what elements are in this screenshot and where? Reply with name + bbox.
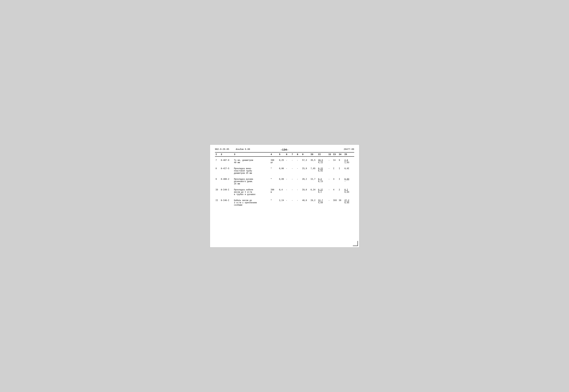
row-col6: -: [285, 199, 291, 207]
row-col5: 2,I4: [278, 199, 285, 207]
row-description: Прокладка кабелявесом до I кг/мв трубах …: [233, 188, 270, 196]
main-table: I 2 3 4 5 6 7 8 9 IO II I2 I3 I4 I5 78-4…: [215, 153, 354, 209]
row-id: 9: [215, 177, 220, 186]
row-code: 8-407-9: [220, 158, 233, 165]
col-header-13: I3: [332, 153, 338, 156]
row-col13: I03: [332, 199, 338, 207]
row-col8: -: [296, 167, 301, 175]
col-header-11: II: [317, 153, 328, 156]
row-unit: I00м: [270, 188, 278, 196]
row-spacer: [215, 165, 354, 167]
row-col15: 2,6I,03: [344, 158, 354, 165]
row-unit: ": [270, 167, 278, 175]
row-description: Кабель весом до3 кг/м с креплениемскобам…: [233, 199, 270, 207]
row-id: II: [215, 199, 220, 207]
row-col12: -: [328, 158, 332, 165]
row-col15: 0,0I: [344, 167, 354, 175]
col-header-8: 8: [296, 153, 301, 156]
row-col9: I5,9: [301, 167, 310, 175]
page: 902-9-29.85 Альбом 6.88 -134- 20477-09: [210, 145, 359, 247]
row-col11: 0,270,I: [317, 188, 328, 196]
col-header-9: 9: [301, 153, 310, 156]
row-id: IO: [215, 188, 220, 196]
row-col7: -: [291, 188, 296, 196]
row-col13: I: [332, 167, 338, 175]
row-col6: -: [285, 167, 291, 175]
row-col10: I8,2: [310, 199, 317, 207]
col-header-14: I4: [338, 153, 344, 156]
col-header-6: 6: [285, 153, 291, 156]
row-col15: 0,I0,04: [344, 188, 354, 196]
row-col10: 35,5: [310, 158, 317, 165]
row-unit: ": [270, 199, 278, 207]
row-col15: 0,03-: [344, 177, 354, 186]
row-col8: -: [296, 199, 301, 207]
col-header-4: 4: [270, 153, 278, 156]
header-code: 20477-09: [344, 148, 354, 151]
row-col8: -: [296, 188, 301, 196]
row-unit: I00шт: [270, 158, 278, 165]
row-col7: -: [291, 167, 296, 175]
header-left: 902-9-29.85 Альбом 6.88: [215, 148, 250, 151]
row-spacer: [215, 196, 354, 199]
row-col11: 0,220,0I: [317, 167, 328, 175]
row-code: 8-I49-I: [220, 188, 233, 196]
row-col12: -: [328, 188, 332, 196]
col-header-7: 7: [291, 153, 296, 156]
row-col15: 27,28,65: [344, 199, 354, 207]
col-header-12: I2: [328, 153, 332, 156]
row-col12: -: [328, 199, 332, 207]
col-header-3: 3: [233, 153, 270, 156]
row-col13: 3: [332, 177, 338, 186]
row-col14: I: [338, 167, 344, 175]
row-spacer: [215, 186, 354, 188]
row-col11: IO,54,I2: [317, 158, 328, 165]
corner-decoration: [353, 241, 358, 246]
row-col5: 0,25: [278, 158, 285, 165]
table-row: 88-4I7-5Прокладка вини-пластовой трубыди…: [215, 167, 354, 175]
row-code: 8-408-2: [220, 177, 233, 186]
col-header-I: I: [215, 153, 220, 156]
row-col11: 0,30,I3: [317, 177, 328, 186]
row-id: 7: [215, 158, 220, 165]
row-id: 8: [215, 167, 220, 175]
row-col7: -: [291, 199, 296, 207]
row-code: 8-4I7-5: [220, 167, 233, 175]
column-header-row: I 2 3 4 5 6 7 8 9 IO II I2 I3 I4 I5: [215, 153, 354, 156]
row-description: Прокладка рукаварезинового диам.25 мм: [233, 177, 270, 186]
page-number: -134-: [280, 148, 288, 151]
table-row: 98-408-2Прокладка рукаварезинового диам.…: [215, 177, 354, 186]
row-col8: -: [296, 158, 301, 165]
row-col14: 9: [338, 158, 344, 165]
row-col6: -: [285, 177, 291, 186]
row-col12: -: [328, 177, 332, 186]
row-description: То же, диаметром40 мм: [233, 158, 270, 165]
row-code: 8-I46-I: [220, 199, 233, 207]
row-col8: -: [296, 177, 301, 186]
row-col6: -: [285, 158, 291, 165]
row-col5: 0,09: [278, 177, 285, 186]
row-col10: 6,24: [310, 188, 317, 196]
row-col13: I4: [332, 158, 338, 165]
row-spacer: [215, 175, 354, 177]
row-col14: 39: [338, 199, 344, 207]
row-col9: 57,3: [301, 158, 310, 165]
col-header-2: 2: [220, 153, 233, 156]
col-header-15: I5: [344, 153, 354, 156]
row-col7: -: [291, 177, 296, 186]
table-row: IO8-I49-IПрокладка кабелявесом до I кг/м…: [215, 188, 354, 196]
row-col14: I: [338, 177, 344, 186]
album-label: Альбом 6.88: [236, 148, 250, 151]
row-col6: -: [285, 188, 291, 196]
row-col10: 7,65: [310, 167, 317, 175]
table-row: II8-I46-IКабель весом до3 кг/м с креплен…: [215, 199, 354, 207]
row-col7: -: [291, 158, 296, 165]
row-spacer: [215, 156, 354, 158]
row-col10: I2,7: [310, 177, 317, 186]
row-col9: I0,0: [301, 188, 310, 196]
row-col5: 0,4: [278, 188, 285, 196]
row-col9: 48,0: [301, 199, 310, 207]
doc-number: 902-9-29.85: [215, 148, 229, 151]
row-col13: 4: [332, 188, 338, 196]
row-spacer: [215, 207, 354, 209]
